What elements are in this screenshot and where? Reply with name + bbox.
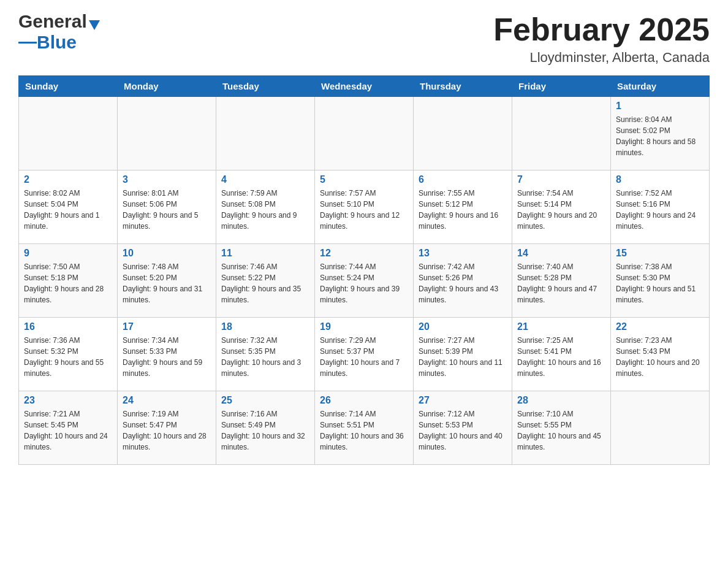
day-header-tuesday: Tuesday: [216, 76, 315, 97]
day-info: Sunrise: 7:14 AM Sunset: 5:51 PM Dayligh…: [320, 408, 408, 453]
calendar-cell: [414, 97, 512, 170]
logo-blue: Blue: [37, 32, 77, 53]
day-info: Sunrise: 7:42 AM Sunset: 5:26 PM Dayligh…: [419, 261, 507, 305]
calendar-cell: 20Sunrise: 7:27 AM Sunset: 5:39 PM Dayli…: [414, 318, 512, 391]
day-number: 6: [419, 174, 507, 185]
calendar-cell: 27Sunrise: 7:12 AM Sunset: 5:53 PM Dayli…: [414, 391, 512, 465]
day-number: 16: [24, 321, 112, 332]
day-number: 8: [616, 174, 704, 185]
calendar-cell: 8Sunrise: 7:52 AM Sunset: 5:16 PM Daylig…: [611, 170, 710, 244]
calendar-cell: 23Sunrise: 7:21 AM Sunset: 5:45 PM Dayli…: [19, 391, 118, 465]
day-number: 11: [221, 248, 309, 259]
day-number: 26: [320, 395, 408, 406]
calendar-cell: 7Sunrise: 7:54 AM Sunset: 5:14 PM Daylig…: [512, 170, 611, 244]
day-number: 10: [123, 248, 211, 259]
calendar-cell: 25Sunrise: 7:16 AM Sunset: 5:49 PM Dayli…: [216, 391, 315, 465]
calendar-cell: 16Sunrise: 7:36 AM Sunset: 5:32 PM Dayli…: [19, 318, 118, 391]
location: Lloydminster, Alberta, Canada: [493, 50, 710, 66]
calendar-cell: 10Sunrise: 7:48 AM Sunset: 5:20 PM Dayli…: [118, 244, 216, 318]
day-header-friday: Friday: [512, 76, 611, 97]
calendar-cell: 1Sunrise: 8:04 AM Sunset: 5:02 PM Daylig…: [611, 97, 710, 170]
day-number: 5: [320, 174, 408, 185]
calendar-cell: [118, 97, 216, 170]
calendar-week-row: 9Sunrise: 7:50 AM Sunset: 5:18 PM Daylig…: [19, 244, 710, 318]
calendar-cell: 22Sunrise: 7:23 AM Sunset: 5:43 PM Dayli…: [611, 318, 710, 391]
day-number: 12: [320, 248, 408, 259]
day-number: 28: [517, 395, 605, 406]
calendar-week-row: 2Sunrise: 8:02 AM Sunset: 5:04 PM Daylig…: [19, 170, 710, 244]
month-title: February 2025: [493, 12, 710, 47]
day-info: Sunrise: 7:40 AM Sunset: 5:28 PM Dayligh…: [517, 261, 605, 305]
day-number: 21: [517, 321, 605, 332]
calendar-cell: 12Sunrise: 7:44 AM Sunset: 5:24 PM Dayli…: [315, 244, 414, 318]
day-info: Sunrise: 7:55 AM Sunset: 5:12 PM Dayligh…: [419, 188, 507, 232]
day-info: Sunrise: 7:46 AM Sunset: 5:22 PM Dayligh…: [221, 261, 309, 305]
day-info: Sunrise: 7:34 AM Sunset: 5:33 PM Dayligh…: [123, 335, 211, 379]
calendar-table: SundayMondayTuesdayWednesdayThursdayFrid…: [18, 75, 710, 465]
calendar-week-row: 16Sunrise: 7:36 AM Sunset: 5:32 PM Dayli…: [19, 318, 710, 391]
day-info: Sunrise: 7:44 AM Sunset: 5:24 PM Dayligh…: [320, 261, 408, 305]
day-number: 2: [24, 174, 112, 185]
calendar-cell: 3Sunrise: 8:01 AM Sunset: 5:06 PM Daylig…: [118, 170, 216, 244]
day-info: Sunrise: 7:19 AM Sunset: 5:47 PM Dayligh…: [123, 408, 211, 453]
day-info: Sunrise: 7:38 AM Sunset: 5:30 PM Dayligh…: [616, 261, 704, 305]
day-info: Sunrise: 7:21 AM Sunset: 5:45 PM Dayligh…: [24, 408, 112, 453]
day-info: Sunrise: 8:04 AM Sunset: 5:02 PM Dayligh…: [616, 114, 704, 158]
title-area: February 2025 Lloydminster, Alberta, Can…: [493, 12, 710, 66]
logo-triangle-icon: [89, 20, 100, 30]
day-info: Sunrise: 7:16 AM Sunset: 5:49 PM Dayligh…: [221, 408, 309, 453]
day-number: 3: [123, 174, 211, 185]
day-number: 9: [24, 248, 112, 259]
day-header-thursday: Thursday: [414, 76, 512, 97]
day-number: 15: [616, 248, 704, 259]
day-info: Sunrise: 7:32 AM Sunset: 5:35 PM Dayligh…: [221, 335, 309, 379]
calendar-cell: 11Sunrise: 7:46 AM Sunset: 5:22 PM Dayli…: [216, 244, 315, 318]
day-header-saturday: Saturday: [611, 76, 710, 97]
calendar-cell: 28Sunrise: 7:10 AM Sunset: 5:55 PM Dayli…: [512, 391, 611, 465]
day-number: 13: [419, 248, 507, 259]
day-info: Sunrise: 8:01 AM Sunset: 5:06 PM Dayligh…: [123, 188, 211, 232]
calendar-header-row: SundayMondayTuesdayWednesdayThursdayFrid…: [19, 76, 710, 97]
day-info: Sunrise: 8:02 AM Sunset: 5:04 PM Dayligh…: [24, 188, 112, 232]
day-info: Sunrise: 7:23 AM Sunset: 5:43 PM Dayligh…: [616, 335, 704, 379]
day-number: 24: [123, 395, 211, 406]
day-number: 14: [517, 248, 605, 259]
calendar-cell: 9Sunrise: 7:50 AM Sunset: 5:18 PM Daylig…: [19, 244, 118, 318]
calendar-cell: 21Sunrise: 7:25 AM Sunset: 5:41 PM Dayli…: [512, 318, 611, 391]
day-number: 20: [419, 321, 507, 332]
day-number: 7: [517, 174, 605, 185]
calendar-cell: 26Sunrise: 7:14 AM Sunset: 5:51 PM Dayli…: [315, 391, 414, 465]
day-number: 22: [616, 321, 704, 332]
calendar-cell: 4Sunrise: 7:59 AM Sunset: 5:08 PM Daylig…: [216, 170, 315, 244]
day-info: Sunrise: 7:25 AM Sunset: 5:41 PM Dayligh…: [517, 335, 605, 379]
day-info: Sunrise: 7:29 AM Sunset: 5:37 PM Dayligh…: [320, 335, 408, 379]
day-info: Sunrise: 7:10 AM Sunset: 5:55 PM Dayligh…: [517, 408, 605, 453]
calendar-cell: 24Sunrise: 7:19 AM Sunset: 5:47 PM Dayli…: [118, 391, 216, 465]
calendar-cell: [611, 391, 710, 465]
day-info: Sunrise: 7:50 AM Sunset: 5:18 PM Dayligh…: [24, 261, 112, 305]
calendar-cell: 19Sunrise: 7:29 AM Sunset: 5:37 PM Dayli…: [315, 318, 414, 391]
calendar-cell: 5Sunrise: 7:57 AM Sunset: 5:10 PM Daylig…: [315, 170, 414, 244]
day-info: Sunrise: 7:57 AM Sunset: 5:10 PM Dayligh…: [320, 188, 408, 232]
day-number: 1: [616, 101, 704, 112]
calendar-cell: 2Sunrise: 8:02 AM Sunset: 5:04 PM Daylig…: [19, 170, 118, 244]
calendar-cell: [216, 97, 315, 170]
day-header-wednesday: Wednesday: [315, 76, 414, 97]
calendar-cell: 15Sunrise: 7:38 AM Sunset: 5:30 PM Dayli…: [611, 244, 710, 318]
day-number: 19: [320, 321, 408, 332]
calendar-cell: 17Sunrise: 7:34 AM Sunset: 5:33 PM Dayli…: [118, 318, 216, 391]
page-header: General Blue February 2025 Lloydminster,…: [18, 12, 710, 66]
logo-general: General: [18, 12, 87, 31]
calendar-cell: [315, 97, 414, 170]
calendar-cell: 18Sunrise: 7:32 AM Sunset: 5:35 PM Dayli…: [216, 318, 315, 391]
day-number: 17: [123, 321, 211, 332]
day-info: Sunrise: 7:27 AM Sunset: 5:39 PM Dayligh…: [419, 335, 507, 379]
day-info: Sunrise: 7:12 AM Sunset: 5:53 PM Dayligh…: [419, 408, 507, 453]
day-number: 23: [24, 395, 112, 406]
calendar-cell: 6Sunrise: 7:55 AM Sunset: 5:12 PM Daylig…: [414, 170, 512, 244]
day-info: Sunrise: 7:36 AM Sunset: 5:32 PM Dayligh…: [24, 335, 112, 379]
calendar-cell: [512, 97, 611, 170]
calendar-week-row: 1Sunrise: 8:04 AM Sunset: 5:02 PM Daylig…: [19, 97, 710, 170]
calendar-week-row: 23Sunrise: 7:21 AM Sunset: 5:45 PM Dayli…: [19, 391, 710, 465]
day-info: Sunrise: 7:48 AM Sunset: 5:20 PM Dayligh…: [123, 261, 211, 305]
